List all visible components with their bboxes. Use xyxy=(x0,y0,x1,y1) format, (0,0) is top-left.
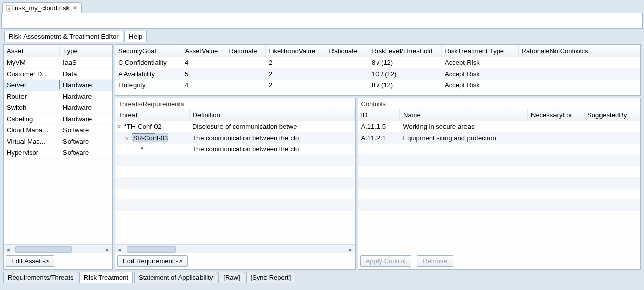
controls-col-suggested[interactable]: SuggestedBy xyxy=(584,109,640,121)
risk-cell: Accept Risk xyxy=(441,57,518,69)
asset-cell-asset: Router xyxy=(4,91,60,102)
controls-table[interactable]: ID Name NecessaryFor SuggestedBy Rationa… xyxy=(358,109,641,211)
asset-row[interactable]: SwitchHardware xyxy=(4,102,112,114)
scroll-left-icon[interactable]: ◂ xyxy=(4,245,12,254)
risk-col-assetvalue[interactable]: AssetValue xyxy=(182,45,226,57)
view-tab[interactable]: Requirements/Threats xyxy=(3,272,78,283)
risk-file-icon xyxy=(6,5,13,12)
asset-row[interactable]: HypervisorSoftware xyxy=(4,147,112,159)
threat-row[interactable]: ▿ SR-Conf-03The communication between th… xyxy=(115,132,354,144)
risk-row[interactable]: A Availability5210 / (12)Accept Risk xyxy=(115,69,640,80)
asset-row[interactable]: RouterHardware xyxy=(4,91,112,102)
risk-cell: 5 xyxy=(182,69,226,80)
threats-col-threat[interactable]: Threat xyxy=(115,109,189,121)
scroll-right-icon[interactable]: ▸ xyxy=(346,245,355,254)
risk-cell: 10 / (12) xyxy=(369,69,441,80)
asset-hscroll[interactable]: ◂ ▸ xyxy=(4,244,112,253)
risk-col-risklevel[interactable]: RiskLevel/Threshold xyxy=(369,45,441,57)
threats-table[interactable]: Threat Definition ▿ *TH-Conf-02Disclosur… xyxy=(115,109,355,211)
risk-cell xyxy=(226,69,265,80)
file-tab-label: risk_my_cloud.risk xyxy=(15,4,70,12)
file-tab[interactable]: risk_my_cloud.risk ✕ xyxy=(2,2,82,13)
risk-cell xyxy=(226,57,265,69)
risk-cell: I Integrity xyxy=(115,80,182,91)
remove-button[interactable]: Remove xyxy=(417,255,453,267)
controls-label: Controls xyxy=(358,98,641,109)
threats-col-definition[interactable]: Definition xyxy=(189,109,354,121)
threat-id: * xyxy=(141,145,143,153)
asset-row[interactable]: Cloud Mana...Software xyxy=(4,125,112,136)
threat-row[interactable]: *The communication between the clo xyxy=(115,144,354,155)
tab-content-spacer xyxy=(1,13,643,29)
risk-cell: 2 xyxy=(265,80,326,91)
asset-cell-asset: Customer D... xyxy=(4,69,60,80)
risk-col-securitygoal[interactable]: SecurityGoal xyxy=(115,45,182,57)
risk-cell xyxy=(226,80,265,91)
asset-cell-asset: Server xyxy=(4,80,60,91)
risk-col-rationale1[interactable]: Rationale xyxy=(226,45,265,57)
asset-row[interactable]: CabelingHardware xyxy=(4,114,112,125)
threat-definition: Disclosure of communication betwe xyxy=(189,121,354,132)
risk-col-rationale2[interactable]: Rationale xyxy=(326,45,369,57)
asset-cell-type: Hardware xyxy=(60,80,112,91)
risk-col-likelihood[interactable]: LikelihoodValue xyxy=(265,45,326,57)
tree-toggle-icon[interactable]: ▿ xyxy=(117,123,122,130)
asset-cell-type: Software xyxy=(60,125,112,136)
asset-cell-asset: Hypervisor xyxy=(4,147,60,159)
risk-table[interactable]: SecurityGoal AssetValue Rationale Likeli… xyxy=(115,45,640,91)
control-row[interactable]: A.11.2.1Equipment siting and protection xyxy=(358,132,640,144)
view-tab[interactable]: Risk Treatment xyxy=(79,272,133,283)
risk-cell: Accept Risk xyxy=(441,80,518,91)
risk-cell: C Confidentiality xyxy=(115,57,182,69)
asset-cell-asset: Virtual Mac... xyxy=(4,136,60,147)
control-row[interactable]: A.11.1.5Working in secure areas xyxy=(358,121,640,132)
risk-cell xyxy=(326,57,369,69)
controls-col-name[interactable]: Name xyxy=(400,109,528,121)
risk-cell xyxy=(518,69,640,80)
close-icon[interactable]: ✕ xyxy=(72,5,78,11)
risk-row[interactable]: I Integrity428 / (12)Accept Risk xyxy=(115,80,640,91)
apply-control-button[interactable]: Apply Control xyxy=(360,255,411,267)
threat-row[interactable]: ▿ *TH-Conf-02Disclosure of communication… xyxy=(115,121,354,132)
controls-col-id[interactable]: ID xyxy=(358,109,400,121)
view-tab[interactable]: [Raw] xyxy=(218,272,245,283)
asset-cell-asset: Cloud Mana... xyxy=(4,125,60,136)
asset-col-asset[interactable]: Asset xyxy=(4,45,60,57)
risk-cell xyxy=(518,57,640,69)
risk-row[interactable]: C Confidentiality428 / (12)Accept Risk xyxy=(115,57,640,69)
asset-cell-type: Software xyxy=(60,147,112,159)
asset-row[interactable]: Virtual Mac...Software xyxy=(4,136,112,147)
asset-cell-asset: MyVM xyxy=(4,57,60,69)
risk-cell xyxy=(326,80,369,91)
risk-col-rationalenc[interactable]: RationaleNotControlcs xyxy=(518,45,640,57)
control-cell: A.11.1.5 xyxy=(358,121,400,132)
asset-cell-type: Hardware xyxy=(60,91,112,102)
control-cell: A.11.2.1 xyxy=(358,132,400,144)
controls-col-necessary[interactable]: NecessaryFor xyxy=(528,109,584,121)
risk-cell: 2 xyxy=(265,57,326,69)
risk-cell xyxy=(518,80,640,91)
asset-cell-type: IaaS xyxy=(60,57,112,69)
scroll-right-icon[interactable]: ▸ xyxy=(103,245,112,254)
asset-col-type[interactable]: Type xyxy=(60,45,112,57)
bottom-tabs: Requirements/ThreatsRisk TreatmentStatem… xyxy=(0,270,644,283)
risk-col-treatment[interactable]: RiskTreatment Type xyxy=(441,45,518,57)
control-cell: Equipment siting and protection xyxy=(400,132,528,144)
edit-asset-button[interactable]: Edit Asset -> xyxy=(6,255,54,267)
view-tab[interactable]: Statement of Applicability xyxy=(134,272,217,283)
threat-definition: The communication between the clo xyxy=(189,132,354,144)
asset-table[interactable]: Asset Type MyVMIaaSCustomer D...DataServ… xyxy=(4,45,112,159)
scroll-left-icon[interactable]: ◂ xyxy=(115,245,124,254)
threats-hscroll[interactable]: ◂ ▸ xyxy=(115,244,355,253)
menu-editor[interactable]: Risk Assessmetnt & Treatment Editor xyxy=(4,31,123,42)
edit-requirement-button[interactable]: Edit Requirement -> xyxy=(117,255,188,267)
asset-row[interactable]: ServerHardware xyxy=(4,80,112,91)
threat-definition: The communication between the clo xyxy=(189,144,354,155)
risk-cell: 8 / (12) xyxy=(369,57,441,69)
menu-help[interactable]: Help xyxy=(124,31,147,42)
asset-row[interactable]: MyVMIaaS xyxy=(4,57,112,69)
asset-cell-type: Hardware xyxy=(60,114,112,125)
asset-row[interactable]: Customer D...Data xyxy=(4,69,112,80)
view-tab[interactable]: [Sync Report] xyxy=(246,272,296,283)
tree-toggle-icon[interactable]: ▿ xyxy=(125,134,130,142)
